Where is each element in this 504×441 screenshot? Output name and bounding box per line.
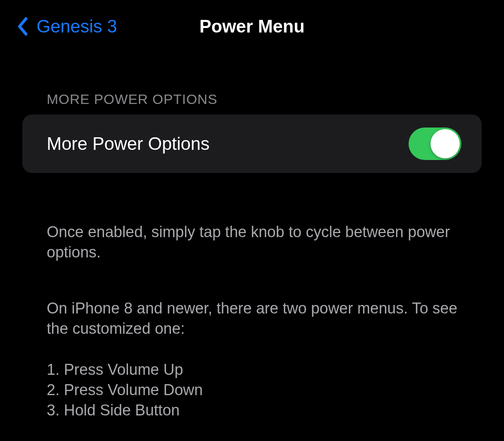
back-button[interactable]: Genesis 3 bbox=[16, 16, 117, 37]
description-paragraph-2: On iPhone 8 and newer, there are two pow… bbox=[22, 298, 482, 339]
row-label: More Power Options bbox=[47, 134, 210, 154]
back-label: Genesis 3 bbox=[37, 16, 117, 37]
step-item: 3. Hold Side Button bbox=[47, 400, 482, 420]
description-paragraph-1: Once enabled, simply tap the knob to cyc… bbox=[22, 222, 482, 262]
steps-list: 1. Press Volume Up 2. Press Volume Down … bbox=[22, 359, 482, 420]
more-power-options-row[interactable]: More Power Options bbox=[22, 115, 482, 173]
more-power-options-toggle[interactable] bbox=[409, 128, 461, 160]
toggle-knob bbox=[430, 129, 460, 158]
step-item: 2. Press Volume Down bbox=[47, 380, 482, 400]
step-item: 1. Press Volume Up bbox=[47, 359, 482, 380]
chevron-left-icon bbox=[16, 17, 28, 36]
navigation-header: Genesis 3 Power Menu bbox=[0, 0, 504, 45]
section-header: MORE POWER OPTIONS bbox=[22, 91, 482, 107]
content-area: MORE POWER OPTIONS More Power Options On… bbox=[0, 91, 504, 420]
